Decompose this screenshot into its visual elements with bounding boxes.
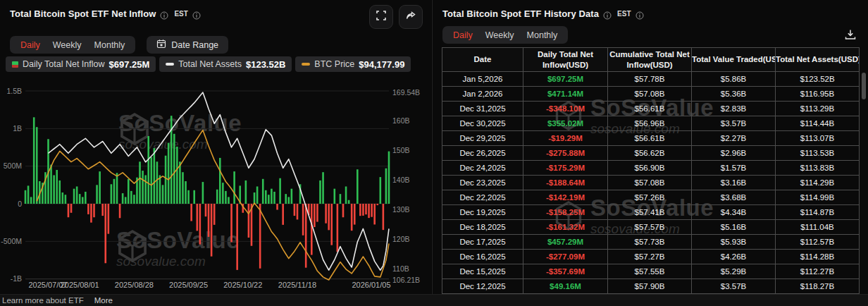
inflow-bar[interactable]: [150, 157, 152, 204]
inflow-bar[interactable]: [354, 204, 356, 225]
inflow-bar[interactable]: [179, 161, 181, 204]
inflow-bar[interactable]: [70, 204, 73, 213]
inflow-bar[interactable]: [380, 177, 382, 204]
more-link[interactable]: More: [94, 296, 113, 305]
inflow-bar[interactable]: [90, 204, 92, 223]
inflow-bar[interactable]: [187, 190, 190, 204]
inflow-bar[interactable]: [58, 180, 61, 204]
inflow-bar[interactable]: [33, 117, 35, 204]
inflow-bar[interactable]: [190, 204, 192, 221]
inflow-bar[interactable]: [27, 185, 30, 204]
inflow-bar[interactable]: [256, 186, 259, 204]
inflow-bar[interactable]: [228, 197, 230, 204]
inflow-bar[interactable]: [356, 169, 359, 204]
inflow-bar[interactable]: [125, 197, 127, 204]
inflow-bar[interactable]: [116, 173, 118, 204]
inflow-bar[interactable]: [144, 175, 147, 204]
inflow-bar[interactable]: [316, 204, 318, 222]
inflow-bar[interactable]: [162, 185, 164, 204]
legend-btc-price[interactable]: BTC Price $94,177.99: [295, 56, 411, 72]
inflow-bar[interactable]: [25, 190, 27, 204]
inflow-bar[interactable]: [213, 204, 216, 225]
inflow-bar[interactable]: [268, 195, 270, 204]
inflow-bar[interactable]: [130, 191, 132, 204]
inflow-bar[interactable]: [101, 204, 104, 216]
legend-daily-net-inflow[interactable]: Daily Total Net Inflow $697.25M: [6, 56, 156, 72]
inflow-bar[interactable]: [287, 197, 290, 204]
inflow-bar[interactable]: [182, 172, 184, 204]
inflow-bar[interactable]: [285, 194, 287, 204]
inflow-bar[interactable]: [348, 200, 350, 204]
tab-monthly[interactable]: Monthly: [88, 38, 132, 52]
inflow-bar[interactable]: [328, 204, 330, 230]
inflow-bar[interactable]: [62, 192, 64, 204]
date-range-button[interactable]: Date Range: [147, 36, 228, 54]
inflow-bar[interactable]: [208, 204, 210, 237]
inflow-bar[interactable]: [30, 197, 32, 204]
inflow-bar[interactable]: [85, 192, 87, 204]
tab-daily[interactable]: Daily: [447, 28, 479, 42]
inflow-bar[interactable]: [279, 178, 281, 204]
inflow-bar[interactable]: [334, 189, 336, 204]
inflow-bar[interactable]: [297, 204, 299, 219]
inflow-bar[interactable]: [294, 204, 296, 216]
info-icon[interactable]: [636, 10, 644, 18]
inflow-bar[interactable]: [76, 186, 78, 204]
inflow-bar[interactable]: [173, 134, 175, 204]
inflow-bar[interactable]: [314, 204, 316, 227]
inflow-bar[interactable]: [342, 204, 345, 217]
inflow-bar[interactable]: [388, 152, 390, 204]
inflow-bar[interactable]: [368, 204, 370, 218]
inflow-bar[interactable]: [340, 194, 342, 204]
inflow-bar[interactable]: [87, 204, 89, 214]
inflow-bar[interactable]: [199, 204, 202, 245]
inflow-bar[interactable]: [219, 158, 221, 204]
tab-daily[interactable]: Daily: [14, 38, 46, 52]
inflow-bar[interactable]: [359, 204, 361, 216]
inflow-bar[interactable]: [365, 204, 367, 214]
inflow-bar[interactable]: [236, 204, 238, 270]
inflow-bar[interactable]: [93, 204, 95, 217]
inflow-bar[interactable]: [205, 204, 207, 216]
inflow-bar[interactable]: [230, 204, 232, 242]
inflow-bar[interactable]: [113, 179, 116, 204]
inflow-bar[interactable]: [330, 204, 333, 245]
inflow-bar[interactable]: [225, 191, 227, 204]
info-icon[interactable]: [192, 10, 201, 18]
inflow-bar[interactable]: [271, 189, 273, 204]
inflow-bar[interactable]: [168, 143, 170, 204]
inflow-bar[interactable]: [147, 136, 149, 204]
chart-canvas[interactable]: 1.5B1B500M0-500M-1B169.54B160B150B140B13…: [0, 76, 431, 290]
inflow-bar[interactable]: [305, 204, 307, 268]
inflow-bar[interactable]: [73, 189, 75, 204]
inflow-bar[interactable]: [142, 171, 144, 204]
info-icon[interactable]: [603, 10, 612, 18]
learn-more-link[interactable]: Learn more about ETF: [2, 296, 84, 305]
inflow-bar[interactable]: [68, 204, 70, 217]
inflow-bar[interactable]: [165, 156, 167, 204]
inflow-bar[interactable]: [371, 204, 373, 217]
inflow-bar[interactable]: [265, 190, 267, 204]
inflow-bar[interactable]: [36, 127, 38, 204]
tab-weekly[interactable]: Weekly: [46, 38, 88, 52]
inflow-bar[interactable]: [345, 186, 347, 204]
inflow-bar[interactable]: [259, 204, 261, 269]
inflow-bar[interactable]: [176, 147, 178, 204]
inflow-bar[interactable]: [233, 171, 235, 204]
inflow-bar[interactable]: [50, 165, 52, 204]
inflow-bar[interactable]: [139, 161, 141, 204]
inflow-bar[interactable]: [185, 181, 187, 204]
inflow-bar[interactable]: [276, 204, 278, 210]
download-button[interactable]: [844, 28, 857, 41]
net-inflow-chart[interactable]: SoSoValuesosovalue.com SoSoValuesosovalu…: [0, 76, 431, 290]
inflow-bar[interactable]: [383, 204, 385, 230]
inflow-bar[interactable]: [159, 175, 161, 204]
inflow-bar[interactable]: [376, 204, 378, 205]
inflow-bar[interactable]: [156, 161, 159, 204]
inflow-bar[interactable]: [222, 183, 224, 204]
inflow-bar[interactable]: [128, 179, 130, 204]
inflow-bar[interactable]: [104, 204, 106, 263]
inflow-bar[interactable]: [385, 169, 388, 204]
info-icon[interactable]: [160, 10, 168, 18]
tab-monthly[interactable]: Monthly: [521, 28, 564, 42]
